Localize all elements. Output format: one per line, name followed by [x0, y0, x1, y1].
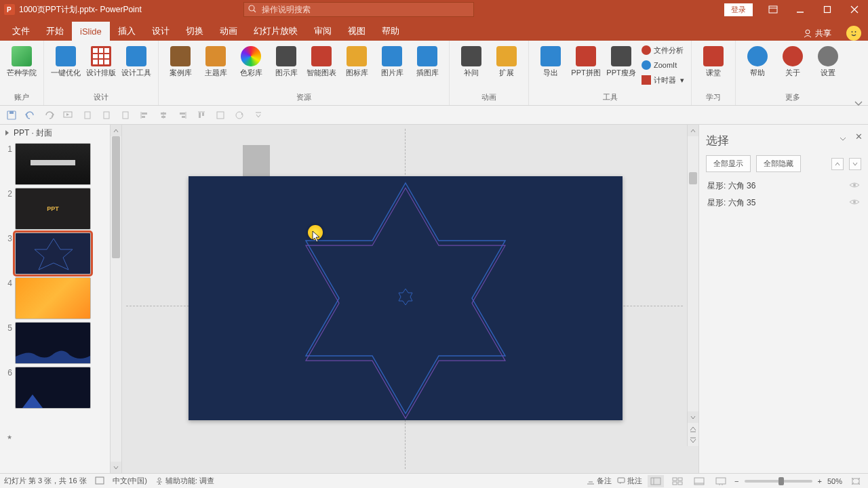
- tab-file[interactable]: 文件: [4, 22, 38, 41]
- btn-onekey[interactable]: 一键优化: [51, 43, 81, 78]
- qat-save[interactable]: [4, 108, 19, 123]
- qat-btn-5[interactable]: [80, 108, 95, 123]
- slide-thumbnail-5[interactable]: 5: [0, 321, 121, 365]
- qat-align-center-h[interactable]: [156, 108, 171, 123]
- qat-align-right[interactable]: [175, 108, 190, 123]
- zoom-slider-handle[interactable]: [778, 477, 784, 485]
- bring-forward-button[interactable]: [831, 158, 844, 170]
- ribbon-display-options[interactable]: [760, 0, 787, 19]
- btn-fileanalyze[interactable]: 文件分析: [642, 43, 684, 57]
- slide-thumbnail-1[interactable]: 1: [0, 142, 121, 186]
- btn-illust[interactable]: 插图库: [412, 43, 442, 78]
- share-button[interactable]: 共享: [795, 28, 840, 39]
- selection-item-star35[interactable]: 星形: 六角 35: [706, 195, 861, 211]
- minimize-button[interactable]: [787, 0, 814, 19]
- qat-start-from-beginning[interactable]: [61, 108, 76, 123]
- selection-pane-close[interactable]: ✕: [855, 131, 863, 142]
- close-button[interactable]: [841, 0, 868, 19]
- btn-themelib[interactable]: 主题库: [201, 43, 231, 78]
- btn-layout[interactable]: 设计排版: [86, 43, 116, 78]
- slide-thumbnail-6[interactable]: 6: [0, 365, 121, 410]
- accessibility-check[interactable]: 辅助功能: 调查: [155, 476, 214, 486]
- tab-islide[interactable]: iSlide: [72, 22, 110, 41]
- btn-designtool[interactable]: 设计工具: [121, 43, 151, 78]
- current-slide[interactable]: [189, 176, 623, 420]
- maximize-button[interactable]: [814, 0, 841, 19]
- btn-institute[interactable]: 芒种学院: [7, 43, 37, 78]
- zoom-level[interactable]: 50%: [827, 477, 842, 485]
- btn-diagram[interactable]: 图示库: [271, 43, 301, 78]
- btn-piclib[interactable]: 图片库: [377, 43, 407, 78]
- reading-view-button[interactable]: [691, 475, 707, 487]
- canvas-vertical-scrollbar[interactable]: [687, 125, 698, 446]
- visibility-toggle-icon[interactable]: [849, 198, 860, 208]
- tab-insert[interactable]: 插入: [110, 22, 144, 41]
- btn-export[interactable]: 导出: [536, 43, 566, 78]
- notes-button[interactable]: 备注: [587, 476, 612, 486]
- qat-btn-12[interactable]: [213, 108, 228, 123]
- canvas-scroll-up[interactable]: [688, 125, 698, 136]
- btn-caselib[interactable]: 案例库: [165, 43, 195, 78]
- visibility-toggle-icon[interactable]: [849, 181, 860, 191]
- language-indicator[interactable]: 中文(中国): [113, 476, 147, 486]
- slide-stage[interactable]: [122, 125, 687, 473]
- slide-counter[interactable]: 幻灯片 第 3 张，共 16 张: [4, 476, 87, 486]
- feedback-smiley-icon[interactable]: [846, 26, 861, 41]
- thumb-scroll-down[interactable]: [111, 462, 121, 473]
- login-button[interactable]: 登录: [724, 3, 753, 16]
- show-all-button[interactable]: 全部显示: [706, 155, 751, 172]
- btn-about[interactable]: 关于: [778, 43, 808, 78]
- qat-btn-7[interactable]: [118, 108, 133, 123]
- tab-transitions[interactable]: 切换: [178, 22, 212, 41]
- btn-helpbtn[interactable]: 帮助: [743, 43, 772, 78]
- selection-item-star36[interactable]: 星形: 六角 36: [706, 178, 861, 195]
- btn-pptstitch[interactable]: PPT拼图: [571, 43, 601, 78]
- qat-customize[interactable]: [251, 108, 266, 123]
- thumb-scroll-handle[interactable]: [112, 136, 120, 258]
- btn-zoomit[interactable]: ZoomIt: [642, 58, 684, 72]
- tab-view[interactable]: 视图: [340, 22, 374, 41]
- canvas-scroll-down[interactable]: [688, 411, 698, 423]
- thumbnail-scrollbar[interactable]: [110, 125, 121, 473]
- btn-pptslim[interactable]: PPT瘦身: [606, 43, 636, 78]
- spellcheck-icon[interactable]: [95, 476, 104, 486]
- collapse-ribbon-icon[interactable]: [854, 98, 863, 110]
- tell-me-search[interactable]: 操作说明搜索: [243, 2, 474, 17]
- btn-lesson[interactable]: 课堂: [698, 43, 728, 78]
- qat-undo[interactable]: [23, 108, 38, 123]
- btn-iconlib[interactable]: 图标库: [342, 43, 372, 78]
- qat-redo[interactable]: [42, 108, 57, 123]
- btn-timer[interactable]: 计时器▾: [642, 73, 684, 87]
- tab-help[interactable]: 帮助: [374, 22, 408, 41]
- canvas-scroll-handle[interactable]: [689, 172, 697, 184]
- btn-settings[interactable]: 设置: [813, 43, 843, 78]
- slideshow-view-button[interactable]: [713, 475, 729, 487]
- send-backward-button[interactable]: [849, 158, 861, 170]
- selection-pane-dropdown[interactable]: [840, 133, 846, 145]
- tab-animations[interactable]: 动画: [212, 22, 245, 41]
- slide-thumbnail-4[interactable]: 4: [0, 276, 121, 321]
- next-slide-button[interactable]: [688, 434, 698, 446]
- small-center-star[interactable]: [395, 287, 416, 310]
- slide-thumbnail-3[interactable]: 3: [0, 231, 121, 276]
- thumbnail-section-header[interactable]: PPT · 封面: [0, 125, 121, 142]
- comments-button[interactable]: 批注: [617, 476, 642, 486]
- previous-slide-button[interactable]: [688, 423, 698, 434]
- fit-to-window-button[interactable]: [848, 475, 864, 487]
- btn-smartdiag[interactable]: 智能图表: [307, 43, 336, 78]
- hide-all-button[interactable]: 全部隐藏: [756, 155, 801, 172]
- btn-colorlib[interactable]: 色彩库: [236, 43, 266, 78]
- qat-align-left[interactable]: [137, 108, 152, 123]
- btn-extend[interactable]: 扩展: [492, 43, 521, 78]
- thumb-scroll-up[interactable]: [111, 125, 121, 136]
- tab-design[interactable]: 设计: [144, 22, 178, 41]
- qat-btn-6[interactable]: [99, 108, 114, 123]
- normal-view-button[interactable]: [648, 475, 664, 487]
- qat-align-top[interactable]: [194, 108, 209, 123]
- slide-thumbnail-2[interactable]: 2PPT: [0, 186, 121, 231]
- tab-home[interactable]: 开始: [38, 22, 72, 41]
- slide-sorter-view-button[interactable]: [669, 475, 686, 487]
- qat-rotate[interactable]: [232, 108, 247, 123]
- zoom-slider[interactable]: [745, 480, 812, 483]
- btn-buma[interactable]: 补间: [456, 43, 486, 78]
